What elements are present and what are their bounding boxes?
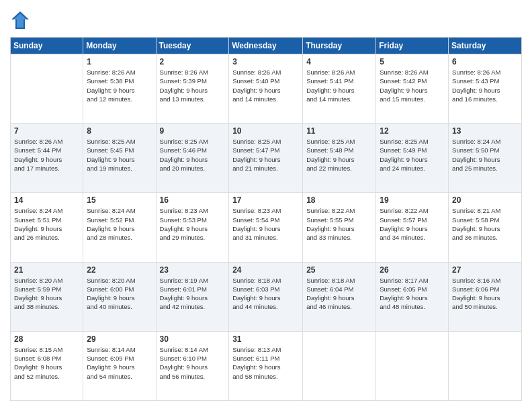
- day-info: Sunrise: 8:14 AM Sunset: 6:10 PM Dayligh…: [160, 345, 226, 381]
- calendar-cell: 30Sunrise: 8:14 AM Sunset: 6:10 PM Dayli…: [156, 331, 229, 400]
- day-info: Sunrise: 8:25 AM Sunset: 5:48 PM Dayligh…: [306, 137, 372, 173]
- day-info: Sunrise: 8:24 AM Sunset: 5:50 PM Dayligh…: [452, 137, 518, 173]
- calendar-cell: 3Sunrise: 8:26 AM Sunset: 5:40 PM Daylig…: [229, 54, 303, 124]
- day-info: Sunrise: 8:18 AM Sunset: 6:04 PM Dayligh…: [306, 276, 372, 312]
- day-number: 17: [232, 195, 299, 205]
- calendar-cell: 21Sunrise: 8:20 AM Sunset: 5:59 PM Dayli…: [11, 262, 83, 331]
- calendar-cell: 26Sunrise: 8:17 AM Sunset: 6:05 PM Dayli…: [376, 262, 449, 331]
- day-info: Sunrise: 8:25 AM Sunset: 5:45 PM Dayligh…: [87, 137, 152, 173]
- day-info: Sunrise: 8:24 AM Sunset: 5:51 PM Dayligh…: [14, 206, 79, 242]
- day-number: 22: [87, 265, 152, 275]
- day-info: Sunrise: 8:13 AM Sunset: 6:11 PM Dayligh…: [232, 345, 299, 381]
- weekday-header-sunday: Sunday: [11, 38, 83, 54]
- calendar-cell: 4Sunrise: 8:26 AM Sunset: 5:41 PM Daylig…: [303, 54, 376, 124]
- calendar-cell: 27Sunrise: 8:16 AM Sunset: 6:06 PM Dayli…: [449, 262, 522, 331]
- day-number: 27: [452, 265, 518, 275]
- day-number: 4: [306, 57, 372, 66]
- calendar-cell: 12Sunrise: 8:25 AM Sunset: 5:49 PM Dayli…: [376, 124, 449, 193]
- calendar-cell: 22Sunrise: 8:20 AM Sunset: 6:00 PM Dayli…: [83, 262, 156, 331]
- day-info: Sunrise: 8:17 AM Sunset: 6:05 PM Dayligh…: [380, 276, 445, 312]
- day-info: Sunrise: 8:15 AM Sunset: 6:08 PM Dayligh…: [14, 345, 79, 381]
- calendar-cell: 14Sunrise: 8:24 AM Sunset: 5:51 PM Dayli…: [11, 193, 83, 262]
- calendar-week-row: 21Sunrise: 8:20 AM Sunset: 5:59 PM Dayli…: [11, 262, 522, 331]
- day-number: 15: [87, 195, 152, 205]
- day-number: 5: [380, 57, 445, 66]
- page: SundayMondayTuesdayWednesdayThursdayFrid…: [0, 0, 532, 411]
- weekday-header-row: SundayMondayTuesdayWednesdayThursdayFrid…: [11, 38, 522, 54]
- calendar-cell: 7Sunrise: 8:26 AM Sunset: 5:44 PM Daylig…: [11, 124, 83, 193]
- calendar-cell: 13Sunrise: 8:24 AM Sunset: 5:50 PM Dayli…: [449, 124, 522, 193]
- calendar-cell: 8Sunrise: 8:25 AM Sunset: 5:45 PM Daylig…: [83, 124, 156, 193]
- day-number: 19: [380, 195, 445, 205]
- day-number: 18: [306, 195, 372, 205]
- calendar-cell: 9Sunrise: 8:25 AM Sunset: 5:46 PM Daylig…: [156, 124, 229, 193]
- calendar-cell: 31Sunrise: 8:13 AM Sunset: 6:11 PM Dayli…: [229, 331, 303, 400]
- day-info: Sunrise: 8:22 AM Sunset: 5:55 PM Dayligh…: [306, 206, 372, 242]
- weekday-header-saturday: Saturday: [449, 38, 522, 54]
- logo: [10, 10, 33, 30]
- day-info: Sunrise: 8:26 AM Sunset: 5:39 PM Dayligh…: [160, 68, 226, 103]
- weekday-header-monday: Monday: [83, 38, 156, 54]
- calendar-cell: 19Sunrise: 8:22 AM Sunset: 5:57 PM Dayli…: [376, 193, 449, 262]
- day-info: Sunrise: 8:26 AM Sunset: 5:44 PM Dayligh…: [14, 137, 79, 173]
- calendar-table: SundayMondayTuesdayWednesdayThursdayFrid…: [10, 37, 522, 401]
- calendar-week-row: 28Sunrise: 8:15 AM Sunset: 6:08 PM Dayli…: [11, 331, 522, 400]
- calendar-cell: 20Sunrise: 8:21 AM Sunset: 5:58 PM Dayli…: [449, 193, 522, 262]
- day-info: Sunrise: 8:26 AM Sunset: 5:42 PM Dayligh…: [380, 68, 445, 103]
- weekday-header-friday: Friday: [376, 38, 449, 54]
- day-number: 26: [380, 265, 445, 275]
- calendar-cell: 5Sunrise: 8:26 AM Sunset: 5:42 PM Daylig…: [376, 54, 449, 124]
- day-info: Sunrise: 8:23 AM Sunset: 5:54 PM Dayligh…: [232, 206, 299, 242]
- calendar-cell: 23Sunrise: 8:19 AM Sunset: 6:01 PM Dayli…: [156, 262, 229, 331]
- calendar-cell: 24Sunrise: 8:18 AM Sunset: 6:03 PM Dayli…: [229, 262, 303, 331]
- calendar-cell: [11, 54, 83, 124]
- day-number: 2: [160, 57, 226, 66]
- day-info: Sunrise: 8:20 AM Sunset: 6:00 PM Dayligh…: [87, 276, 152, 312]
- calendar-week-row: 1Sunrise: 8:26 AM Sunset: 5:38 PM Daylig…: [11, 54, 522, 124]
- day-number: 9: [160, 126, 226, 136]
- day-number: 10: [232, 126, 299, 136]
- day-number: 28: [14, 334, 79, 344]
- day-info: Sunrise: 8:24 AM Sunset: 5:52 PM Dayligh…: [87, 206, 152, 242]
- day-info: Sunrise: 8:26 AM Sunset: 5:41 PM Dayligh…: [306, 68, 372, 103]
- day-info: Sunrise: 8:23 AM Sunset: 5:53 PM Dayligh…: [160, 206, 226, 242]
- day-info: Sunrise: 8:18 AM Sunset: 6:03 PM Dayligh…: [232, 276, 299, 312]
- day-info: Sunrise: 8:25 AM Sunset: 5:49 PM Dayligh…: [380, 137, 445, 173]
- day-number: 16: [160, 195, 226, 205]
- calendar-cell: 2Sunrise: 8:26 AM Sunset: 5:39 PM Daylig…: [156, 54, 229, 124]
- day-info: Sunrise: 8:26 AM Sunset: 5:43 PM Dayligh…: [452, 68, 518, 103]
- calendar-week-row: 14Sunrise: 8:24 AM Sunset: 5:51 PM Dayli…: [11, 193, 522, 262]
- day-number: 13: [452, 126, 518, 136]
- day-info: Sunrise: 8:21 AM Sunset: 5:58 PM Dayligh…: [452, 206, 518, 242]
- day-number: 11: [306, 126, 372, 136]
- day-number: 23: [160, 265, 226, 275]
- calendar-cell: 29Sunrise: 8:14 AM Sunset: 6:09 PM Dayli…: [83, 331, 156, 400]
- day-number: 29: [87, 334, 152, 344]
- calendar-cell: 15Sunrise: 8:24 AM Sunset: 5:52 PM Dayli…: [83, 193, 156, 262]
- calendar-cell: 11Sunrise: 8:25 AM Sunset: 5:48 PM Dayli…: [303, 124, 376, 193]
- calendar-cell: 16Sunrise: 8:23 AM Sunset: 5:53 PM Dayli…: [156, 193, 229, 262]
- day-info: Sunrise: 8:25 AM Sunset: 5:46 PM Dayligh…: [160, 137, 226, 173]
- day-number: 8: [87, 126, 152, 136]
- calendar-cell: 1Sunrise: 8:26 AM Sunset: 5:38 PM Daylig…: [83, 54, 156, 124]
- calendar-cell: [376, 331, 449, 400]
- header: [10, 10, 522, 30]
- day-info: Sunrise: 8:26 AM Sunset: 5:38 PM Dayligh…: [87, 68, 152, 103]
- weekday-header-wednesday: Wednesday: [229, 38, 303, 54]
- calendar-cell: [303, 331, 376, 400]
- day-number: 31: [232, 334, 299, 344]
- day-info: Sunrise: 8:25 AM Sunset: 5:47 PM Dayligh…: [232, 137, 299, 173]
- weekday-header-thursday: Thursday: [303, 38, 376, 54]
- calendar-cell: 25Sunrise: 8:18 AM Sunset: 6:04 PM Dayli…: [303, 262, 376, 331]
- day-number: 20: [452, 195, 518, 205]
- weekday-header-tuesday: Tuesday: [156, 38, 229, 54]
- day-info: Sunrise: 8:16 AM Sunset: 6:06 PM Dayligh…: [452, 276, 518, 312]
- calendar-cell: 10Sunrise: 8:25 AM Sunset: 5:47 PM Dayli…: [229, 124, 303, 193]
- day-number: 1: [87, 57, 152, 66]
- logo-icon: [10, 10, 30, 30]
- day-info: Sunrise: 8:14 AM Sunset: 6:09 PM Dayligh…: [87, 345, 152, 381]
- day-number: 24: [232, 265, 299, 275]
- day-number: 3: [232, 57, 299, 66]
- day-number: 30: [160, 334, 226, 344]
- calendar-cell: 18Sunrise: 8:22 AM Sunset: 5:55 PM Dayli…: [303, 193, 376, 262]
